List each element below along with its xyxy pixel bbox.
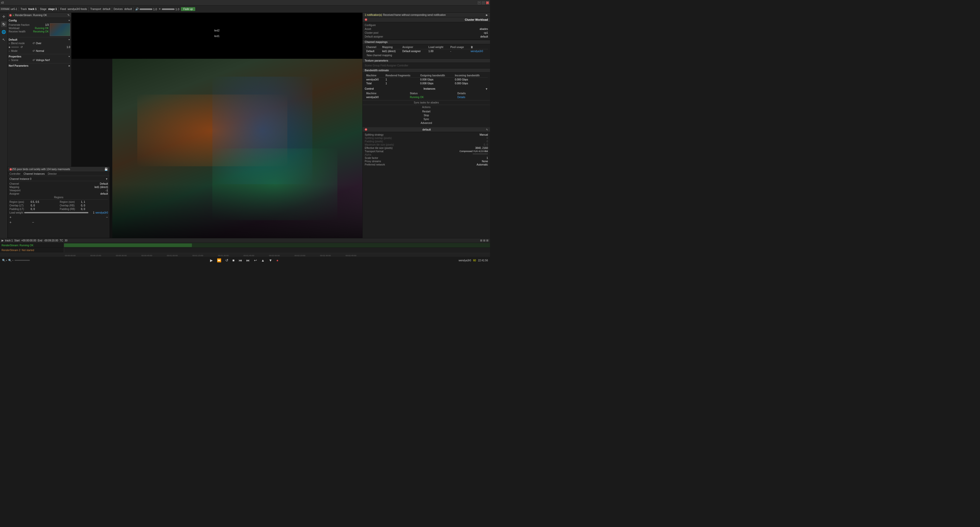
separator [38,7,38,11]
restart-button[interactable]: Restart [420,110,432,113]
cm-col-delete[interactable]: 🗑 [469,45,488,49]
close-button[interactable]: ✕ [486,1,489,4]
regions-header: Regions [10,195,108,200]
config-arrow-icon: ▼ [68,19,70,22]
prev-button[interactable]: ⏮ [238,258,243,263]
regions-title: Regions [54,196,64,199]
bw-row-outgoing: 0.008 Gbps [419,78,453,82]
controller-tab[interactable]: Controller [10,172,21,175]
nav-world-icon[interactable]: 🌐 [1,29,6,35]
playback-controls: 🔍+ 🔍− ▶ ⏩ ↺ ■ ⏮ ⏭ ↩ ▲ ▼ ● wendya3r0 60 2… [0,257,490,264]
nav-rotate-icon[interactable]: ↻ [1,21,6,27]
cm-row-pool-machine: wendya3r0 [469,49,488,53]
inst-row-details-link[interactable]: Details [457,96,465,99]
bw-total-incoming: 0.000 Gbps [453,81,488,85]
remove-button-2[interactable]: − [32,220,34,224]
alpha-slider[interactable] [473,153,488,155]
sync-button[interactable]: Sync [422,118,431,121]
stop-button[interactable]: ■ [231,258,235,263]
volume-control[interactable]: 🔊 1.0 [135,7,157,11]
transport-format-label: Transport format [365,150,383,153]
stage-name[interactable]: stage 1 [48,8,57,11]
preview-main-area: led1 [72,33,363,238]
region-size-value: 1, 1 [81,201,85,203]
scene-group-row: Scene Group Field Assigner Controller [365,64,488,67]
stop-button[interactable]: Stop [422,114,431,117]
default-panel-edit-icon[interactable]: ✎ [486,128,488,131]
stage-label: Stage [40,8,46,11]
ruler-tick-1: 00:00:15:00 [90,254,101,257]
forward-button[interactable]: ⏩ [216,258,222,263]
channel-instances-tab[interactable]: Channel Instances [24,172,45,175]
nav-move-icon[interactable]: ✛ [1,14,6,19]
volume-slider[interactable] [140,8,152,10]
maximize-button[interactable]: □ [482,1,485,4]
brightness-slider[interactable] [162,8,175,10]
blend-mode-icon: ○ [9,42,10,45]
scene-refresh-icon[interactable]: ↺ [32,59,35,62]
track2-timeline[interactable] [64,248,490,252]
add-channel-instance-button[interactable]: + [10,215,11,219]
left-panel-edit-icon[interactable]: ✎ [67,14,70,17]
default-section-header[interactable]: Default ▼ [9,38,70,42]
proxy-streams-value: None [482,160,488,163]
mode-refresh-icon[interactable]: ↺ [32,49,35,53]
channel-instance-dropdown-icon[interactable]: ▼ [105,177,108,180]
marker-down-button[interactable]: ▼ [268,258,273,263]
notification-arrow-icon[interactable]: ▶ [486,14,488,16]
channel-instances-save-icon[interactable]: 💾 [104,168,108,171]
transport-name[interactable]: default [103,8,110,11]
play-button[interactable]: ▶ [209,258,214,263]
remove-channel-instance-button[interactable]: − [106,215,108,219]
fade-up-button[interactable]: Fade up [181,7,196,11]
opacity-refresh-icon[interactable]: ↺ [21,45,23,49]
zoom-in-button[interactable]: 🔍+ [2,259,7,262]
region-size-label: Region (size) [60,201,80,203]
opacity-slider[interactable] [11,46,19,48]
framerate-row: Framerate fraction 1/3 [9,23,49,27]
volume-value: 1.0 [153,8,157,11]
effective-tile-row: Effective tile size (pixels) 3840, 2160 [365,146,488,150]
record-button[interactable]: ● [275,258,280,263]
mode-value: Normal [36,50,44,53]
load-weight-value: 1 [89,211,94,214]
left-panel-close[interactable]: ✕ [9,14,12,17]
minimize-button[interactable]: ─ [478,1,481,4]
channel-instances-close[interactable]: ✕ [10,168,12,171]
transport-controls: ▶ ⏩ ↺ ■ ⏮ ⏭ ↩ ▲ ▼ ● [209,258,280,263]
ruler-tick-2: 00:00:30:00 [116,254,127,257]
marker-button[interactable]: ▲ [260,258,266,263]
ruler-tick-6: 00:01:30:00 [218,254,229,257]
advanced-button[interactable]: Advanced [418,121,434,125]
add-button-2[interactable]: + [10,220,11,224]
control-dropdown-icon[interactable]: ▼ [485,87,488,90]
properties-section-header[interactable]: Properties ▼ [9,55,70,58]
cluster-workload-close[interactable]: ✕ [365,18,367,21]
zoom-slider[interactable] [14,260,30,261]
texture-params-header: Texture parameters [363,59,490,63]
new-channel-mapping-link[interactable]: New channel mapping [365,53,488,57]
overlap-rb-value: 0, 0 [81,204,85,207]
bw-total-label: Total [365,81,384,85]
rewind-button[interactable]: ↩ [253,258,258,263]
loop-button[interactable]: ↺ [224,258,229,263]
nav-cursor-icon[interactable]: ↖ [1,37,6,42]
cluster-workload-header: ✕ Cluster Workload [363,18,490,22]
brightness-control[interactable]: ☀ 1.0 [159,7,179,11]
action-buttons: Restart Stop Sync Advanced [363,109,490,125]
config-section-header[interactable]: Config ▼ [9,19,70,22]
devices-name[interactable]: default [124,8,132,11]
track2-row: RenderStream 2: Not started [0,248,490,252]
track1-timeline[interactable] [64,243,490,248]
next-button[interactable]: ⏭ [245,258,251,263]
blend-mode-refresh-icon[interactable]: ↺ [32,42,35,45]
default-panel-close[interactable]: ✕ [365,128,367,131]
zoom-out-button[interactable]: 🔍− [8,259,13,262]
framerate-label: Framerate fraction [9,24,30,26]
nerf-section-header[interactable]: Nerf Parameters ▶ [9,64,70,67]
scene-value: Volinga Nerf [36,59,49,62]
feed-name[interactable]: wendya3r0 feeds [68,8,87,11]
ci-viewpoint-row: Viewpoint -1 [10,189,108,192]
left-panel-title: RenderStream: Running OK [15,14,47,17]
track-name[interactable]: track 1 [28,8,37,11]
